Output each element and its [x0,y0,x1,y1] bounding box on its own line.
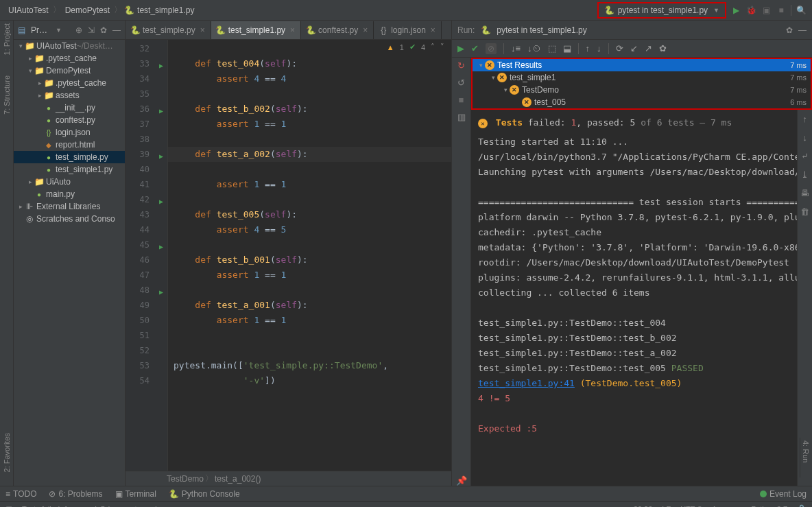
hide-icon[interactable]: — [112,25,121,35]
scroll-down-icon[interactable]: ↓ [802,132,807,143]
editor-tab[interactable]: 🐍conftest.py× [301,21,374,39]
test-tree-row[interactable]: ✕test_0056 ms [473,96,811,108]
stop-button[interactable]: ■ [776,5,787,16]
settings-icon[interactable]: ✿ [100,25,107,35]
chevron-up-icon[interactable]: ˄ [431,43,435,51]
tree-row[interactable]: ▸📁.pytest_cache [14,77,125,89]
select-opened-file-icon[interactable]: ⊕ [75,25,82,35]
tree-row[interactable]: ▸📁assets [14,89,125,102]
python-interpreter[interactable]: Python 3.7 [751,505,787,508]
rerun-failed-icon[interactable]: ↻ [457,60,465,71]
sort-by-duration-icon[interactable]: ↓⏲ [527,43,541,54]
tree-row[interactable]: ◎Scratches and Conso [14,213,125,225]
tree-row[interactable]: {}login.json [14,126,125,139]
layout-icon[interactable]: ▥ [457,112,466,122]
editor-tab[interactable]: 🐍test_simple.py× [126,21,211,39]
run-button[interactable]: ▶ [730,5,741,16]
line-separator[interactable]: LF [662,505,671,508]
breadcrumb-class[interactable]: TestDemo [167,474,204,484]
todo-tool-button[interactable]: ≡TODO [5,489,36,499]
tree-row[interactable]: ●test_simple1.py [14,163,125,176]
next-failed-icon[interactable]: ↓ [597,43,601,54]
project-panel-title[interactable]: Pr… [31,25,47,35]
close-icon[interactable]: × [431,25,435,35]
test-results-tree[interactable]: ▾✕Test Results7 ms▾✕test_simple17 ms▾✕Te… [471,58,812,110]
tree-arrow-icon[interactable]: ▾ [16,43,25,49]
tree-arrow-icon[interactable]: ▸ [16,203,25,210]
export-tests-icon[interactable]: ↗ [645,43,652,54]
tree-arrow-icon[interactable]: ▾ [477,62,485,69]
run-configuration-selector[interactable]: 🐍 pytest in test_simple1.py ▼ [597,2,726,19]
show-ignored-toggle[interactable]: ⊘ [486,43,497,54]
tree-arrow-icon[interactable]: ▸ [26,178,34,185]
breadcrumb-item[interactable]: DemoPytest [62,5,112,15]
terminal-tool-button[interactable]: ▣Terminal [115,489,156,499]
debug-button[interactable]: 🐞 [745,5,756,16]
tree-row[interactable]: ●__init__.py [14,102,125,114]
run-with-coverage-button[interactable]: ▣ [761,5,772,16]
show-passed-toggle[interactable]: ✔ [471,43,479,54]
rerun-button[interactable]: ▶ [457,43,464,54]
tree-arrow-icon[interactable]: ▾ [501,86,510,93]
run-console[interactable]: ✕ Tests failed: 1, passed: 5 of 6 tests … [471,110,797,486]
editor-tab[interactable]: {}login.json× [374,21,442,39]
problems-tool-button[interactable]: ⊘6: Problems [49,489,102,499]
tree-row[interactable]: ▾📁UIAutoTest ~/Deskt… [14,40,125,52]
scroll-to-end-icon[interactable]: ⤓ [801,169,809,180]
expand-all-icon[interactable]: ⇲ [88,25,95,35]
tree-row[interactable]: ▸📁UiAuto [14,176,125,188]
pin-icon[interactable]: 📌 [456,475,467,486]
settings-icon[interactable]: ✿ [786,25,793,35]
chevron-down-icon[interactable]: ˅ [440,43,444,51]
project-tree[interactable]: ▾📁UIAutoTest ~/Deskt…▸📁.pytest_cache▾📁De… [14,40,125,486]
editor-gutter[interactable]: 3233▶343536▶373839▶404142▶434445▶464748▶… [126,40,168,471]
tree-arrow-icon[interactable]: ▸ [36,92,44,99]
tree-row[interactable]: ●test_simple.py [14,151,125,163]
status-bar-icon[interactable]: ▢ [5,504,12,507]
tree-row[interactable]: ▾📁DemoPytest [14,64,125,77]
inspections-widget[interactable]: ▲1 ✔4 ˄ ˅ [387,43,444,51]
editor[interactable]: 3233▶343536▶373839▶404142▶434445▶464748▶… [126,40,451,471]
python-console-tool-button[interactable]: 🐍Python Console [169,489,240,499]
run-tool-tab[interactable]: 4: Run [800,438,811,465]
test-tree-row[interactable]: ▾✕TestDemo7 ms [473,84,811,96]
favorites-tool-tab[interactable]: 2: Favorites [3,433,11,472]
collapse-all-icon[interactable]: ⬓ [563,43,571,54]
editor-code[interactable]: def test_004(self): assert 4 == 4 def te… [168,40,451,471]
chevron-down-icon[interactable]: ▼ [56,27,62,34]
clear-all-icon[interactable]: 🗑 [800,207,809,217]
editor-tab[interactable]: 🐍test_simple1.py× [211,21,301,39]
print-icon[interactable]: 🖶 [800,188,809,198]
lock-icon[interactable]: 🔒 [797,504,807,507]
soft-wrap-icon[interactable]: ⤶ [801,151,809,161]
tree-row[interactable]: ◆report.html [14,139,125,151]
tree-arrow-icon[interactable]: ▸ [26,55,34,62]
prev-failed-icon[interactable]: ↑ [586,43,590,54]
sort-alphabetically-icon[interactable]: ↓≡ [511,43,521,54]
project-tool-tab[interactable]: 1: Project [3,23,11,55]
test-tree-row[interactable]: ▾✕Test Results7 ms [473,59,811,71]
caret-position[interactable]: 39:26 [634,505,653,508]
tree-row[interactable]: ▸⊪External Libraries [14,200,125,213]
indent-settings[interactable]: 4 spaces [711,505,741,508]
import-tests-icon[interactable]: ↙ [630,43,638,54]
test-tree-row[interactable]: ▾✕test_simple17 ms [473,71,811,84]
scroll-up-icon[interactable]: ↑ [802,114,807,124]
file-encoding[interactable]: UTF-8 [680,505,702,508]
breadcrumb-file[interactable]: test_simple1.py [134,5,197,15]
tree-arrow-icon[interactable]: ▾ [489,74,497,81]
event-log-button[interactable]: Event Log [760,489,807,499]
tree-row[interactable]: ●main.py [14,188,125,200]
breadcrumb-function[interactable]: test_a_002() [215,474,261,484]
breadcrumb-root[interactable]: UIAutoTest [5,5,51,15]
tree-arrow-icon[interactable]: ▸ [36,80,44,86]
structure-tool-tab[interactable]: 7: Structure [3,75,11,115]
stop-icon[interactable]: ■ [459,95,464,105]
editor-breadcrumbs[interactable]: TestDemo 〉 test_a_002() [126,471,451,486]
search-everywhere-icon[interactable]: 🔍 [796,5,807,16]
hide-icon[interactable]: — [798,25,807,35]
tree-row[interactable]: ▸📁.pytest_cache [14,52,125,64]
expand-all-icon[interactable]: ⬚ [548,43,556,54]
close-icon[interactable]: × [290,25,295,35]
tree-row[interactable]: ●conftest.py [14,114,125,126]
